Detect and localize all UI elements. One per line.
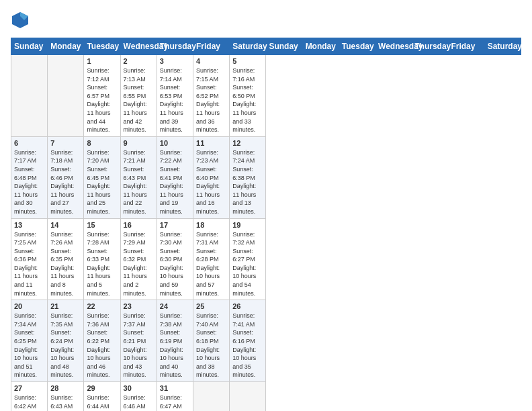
day-cell: 17Sunrise: 7:30 AM Sunset: 6:30 PM Dayli… <box>157 218 193 300</box>
col-header-friday: Friday <box>448 38 484 55</box>
day-cell <box>11 55 48 137</box>
day-number: 6 <box>14 139 44 147</box>
day-cell: 18Sunrise: 7:31 AM Sunset: 6:28 PM Dayli… <box>193 218 230 300</box>
day-number: 28 <box>50 384 81 392</box>
day-number: 2 <box>124 57 154 65</box>
col-header-wednesday: Wednesday <box>375 38 412 55</box>
day-number: 29 <box>87 384 117 392</box>
day-info: Sunrise: 7:28 AM Sunset: 6:33 PM Dayligh… <box>87 230 117 298</box>
day-info: Sunrise: 7:31 AM Sunset: 6:28 PM Dayligh… <box>196 230 226 298</box>
day-number: 5 <box>232 57 263 65</box>
day-cell: 21Sunrise: 7:35 AM Sunset: 6:24 PM Dayli… <box>48 300 84 382</box>
day-cell: 12Sunrise: 7:24 AM Sunset: 6:38 PM Dayli… <box>230 136 266 218</box>
day-cell: 30Sunrise: 6:46 AM Sunset: 5:11 PM Dayli… <box>120 382 157 412</box>
day-number: 1 <box>87 57 117 65</box>
logo <box>11 11 32 30</box>
day-cell: 7Sunrise: 7:18 AM Sunset: 6:46 PM Daylig… <box>48 136 84 218</box>
col-header-thursday: Thursday <box>412 38 448 55</box>
day-info: Sunrise: 6:44 AM Sunset: 5:12 PM Dayligh… <box>87 394 117 411</box>
day-cell: 26Sunrise: 7:41 AM Sunset: 6:16 PM Dayli… <box>230 300 266 382</box>
day-cell: 19Sunrise: 7:32 AM Sunset: 6:27 PM Dayli… <box>230 218 266 300</box>
day-info: Sunrise: 7:16 AM Sunset: 6:50 PM Dayligh… <box>232 66 263 134</box>
day-info: Sunrise: 7:24 AM Sunset: 6:38 PM Dayligh… <box>232 148 263 216</box>
day-info: Sunrise: 7:35 AM Sunset: 6:24 PM Dayligh… <box>50 312 81 379</box>
day-info: Sunrise: 7:12 AM Sunset: 6:57 PM Dayligh… <box>87 66 117 134</box>
day-number: 17 <box>160 221 190 229</box>
day-cell: 13Sunrise: 7:25 AM Sunset: 6:36 PM Dayli… <box>11 218 48 300</box>
day-cell: 23Sunrise: 7:37 AM Sunset: 6:21 PM Dayli… <box>120 300 157 382</box>
day-number: 19 <box>232 221 263 229</box>
day-number: 10 <box>160 139 190 147</box>
day-cell: 1Sunrise: 7:12 AM Sunset: 6:57 PM Daylig… <box>84 55 120 137</box>
day-info: Sunrise: 7:40 AM Sunset: 6:18 PM Dayligh… <box>196 312 226 379</box>
day-number: 26 <box>232 302 263 310</box>
day-info: Sunrise: 7:23 AM Sunset: 6:40 PM Dayligh… <box>196 148 226 216</box>
day-info: Sunrise: 7:26 AM Sunset: 6:35 PM Dayligh… <box>50 230 81 298</box>
day-info: Sunrise: 7:30 AM Sunset: 6:30 PM Dayligh… <box>160 230 190 298</box>
day-info: Sunrise: 7:29 AM Sunset: 6:32 PM Dayligh… <box>124 230 154 298</box>
col-header-monday: Monday <box>302 38 339 55</box>
day-info: Sunrise: 7:22 AM Sunset: 6:41 PM Dayligh… <box>160 148 190 216</box>
day-number: 31 <box>160 384 190 392</box>
day-cell: 20Sunrise: 7:34 AM Sunset: 6:25 PM Dayli… <box>11 300 48 382</box>
day-number: 12 <box>232 139 263 147</box>
day-number: 8 <box>87 139 117 147</box>
day-number: 9 <box>124 139 154 147</box>
day-cell: 8Sunrise: 7:20 AM Sunset: 6:45 PM Daylig… <box>84 136 120 218</box>
day-number: 21 <box>50 302 81 310</box>
day-cell: 4Sunrise: 7:15 AM Sunset: 6:52 PM Daylig… <box>193 55 230 137</box>
day-number: 16 <box>124 221 154 229</box>
page-header <box>11 11 521 30</box>
day-cell: 28Sunrise: 6:43 AM Sunset: 5:14 PM Dayli… <box>48 382 84 412</box>
day-cell: 24Sunrise: 7:38 AM Sunset: 6:19 PM Dayli… <box>157 300 193 382</box>
week-row-1: 1Sunrise: 7:12 AM Sunset: 6:57 PM Daylig… <box>11 55 521 137</box>
col-header-saturday: Saturday <box>230 38 266 55</box>
day-cell: 29Sunrise: 6:44 AM Sunset: 5:12 PM Dayli… <box>84 382 120 412</box>
day-info: Sunrise: 7:32 AM Sunset: 6:27 PM Dayligh… <box>232 230 263 298</box>
day-cell <box>230 382 266 412</box>
day-number: 3 <box>160 57 190 65</box>
day-cell: 5Sunrise: 7:16 AM Sunset: 6:50 PM Daylig… <box>230 55 266 137</box>
day-cell: 10Sunrise: 7:22 AM Sunset: 6:41 PM Dayli… <box>157 136 193 218</box>
day-cell: 31Sunrise: 6:47 AM Sunset: 5:09 PM Dayli… <box>157 382 193 412</box>
col-header-monday: Monday <box>48 38 84 55</box>
day-info: Sunrise: 7:20 AM Sunset: 6:45 PM Dayligh… <box>87 148 117 216</box>
day-cell: 11Sunrise: 7:23 AM Sunset: 6:40 PM Dayli… <box>193 136 230 218</box>
week-row-5: 27Sunrise: 6:42 AM Sunset: 5:15 PM Dayli… <box>11 382 521 412</box>
day-cell: 27Sunrise: 6:42 AM Sunset: 5:15 PM Dayli… <box>11 382 48 412</box>
day-cell <box>193 382 230 412</box>
day-cell: 6Sunrise: 7:17 AM Sunset: 6:48 PM Daylig… <box>11 136 48 218</box>
day-number: 15 <box>87 221 117 229</box>
day-number: 27 <box>14 384 44 392</box>
day-number: 14 <box>50 221 81 229</box>
day-info: Sunrise: 7:37 AM Sunset: 6:21 PM Dayligh… <box>124 312 154 379</box>
day-number: 13 <box>14 221 44 229</box>
day-number: 23 <box>124 302 154 310</box>
calendar-table: SundayMondayTuesdayWednesdayThursdayFrid… <box>11 38 521 411</box>
day-info: Sunrise: 7:18 AM Sunset: 6:46 PM Dayligh… <box>50 148 81 216</box>
col-header-tuesday: Tuesday <box>339 38 375 55</box>
col-header-sunday: Sunday <box>11 38 48 55</box>
day-info: Sunrise: 7:14 AM Sunset: 6:53 PM Dayligh… <box>160 66 190 134</box>
day-cell: 2Sunrise: 7:13 AM Sunset: 6:55 PM Daylig… <box>120 55 157 137</box>
week-row-3: 13Sunrise: 7:25 AM Sunset: 6:36 PM Dayli… <box>11 218 521 300</box>
day-info: Sunrise: 7:25 AM Sunset: 6:36 PM Dayligh… <box>14 230 44 298</box>
col-header-friday: Friday <box>193 38 230 55</box>
day-cell: 3Sunrise: 7:14 AM Sunset: 6:53 PM Daylig… <box>157 55 193 137</box>
day-info: Sunrise: 6:43 AM Sunset: 5:14 PM Dayligh… <box>50 394 81 411</box>
day-info: Sunrise: 7:38 AM Sunset: 6:19 PM Dayligh… <box>160 312 190 379</box>
day-info: Sunrise: 7:21 AM Sunset: 6:43 PM Dayligh… <box>124 148 154 216</box>
day-cell: 16Sunrise: 7:29 AM Sunset: 6:32 PM Dayli… <box>120 218 157 300</box>
col-header-tuesday: Tuesday <box>84 38 120 55</box>
header-row: SundayMondayTuesdayWednesdayThursdayFrid… <box>11 38 521 55</box>
day-info: Sunrise: 7:17 AM Sunset: 6:48 PM Dayligh… <box>14 148 44 216</box>
day-cell: 22Sunrise: 7:36 AM Sunset: 6:22 PM Dayli… <box>84 300 120 382</box>
week-row-4: 20Sunrise: 7:34 AM Sunset: 6:25 PM Dayli… <box>11 300 521 382</box>
day-info: Sunrise: 7:15 AM Sunset: 6:52 PM Dayligh… <box>196 66 226 134</box>
day-cell: 25Sunrise: 7:40 AM Sunset: 6:18 PM Dayli… <box>193 300 230 382</box>
day-number: 22 <box>87 302 117 310</box>
logo-icon <box>11 11 30 30</box>
day-number: 4 <box>196 57 226 65</box>
col-header-sunday: Sunday <box>266 38 302 55</box>
day-info: Sunrise: 6:42 AM Sunset: 5:15 PM Dayligh… <box>14 394 44 411</box>
